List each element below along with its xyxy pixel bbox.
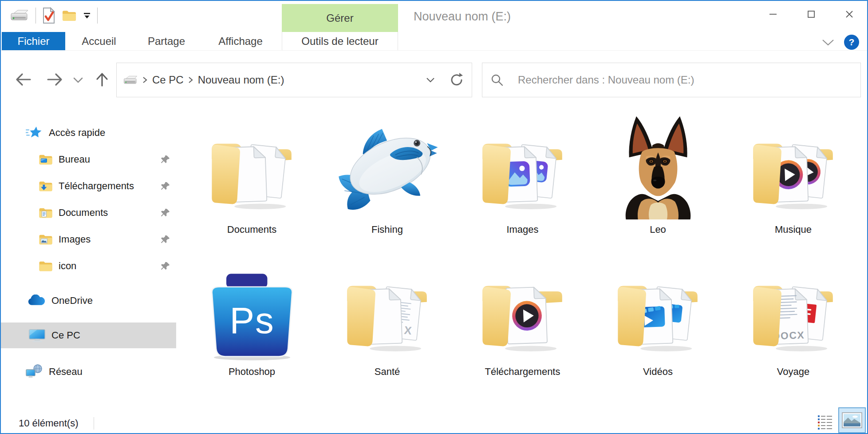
quick-access-star-icon <box>26 126 43 140</box>
file-item-voyage[interactable]: F DOCX Voyage <box>726 252 861 394</box>
folder-with-docx-pdf-icon: F DOCX <box>742 252 845 362</box>
file-item-label: Voyage <box>777 366 809 378</box>
icons-grid: Documents <box>176 104 866 394</box>
ribbon-tab-bar: Fichier Accueil Partage Affichage Outils… <box>1 32 867 51</box>
file-item-musique[interactable]: Musique <box>726 110 861 252</box>
file-item-leo[interactable]: Leo <box>590 110 726 252</box>
tab-outils-de-lecteur[interactable]: Outils de lecteur <box>282 32 398 50</box>
manage-label: Gérer <box>326 12 353 24</box>
file-item-label: Téléchargements <box>485 366 560 378</box>
sidebar-item-reseau[interactable]: Réseau <box>1 359 176 385</box>
checked-document-icon[interactable] <box>42 7 55 24</box>
sidebar-item-label: OneDrive <box>51 295 93 307</box>
file-item-telechargements[interactable]: Téléchargements <box>455 252 590 394</box>
sidebar-item-onedrive[interactable]: OneDrive <box>1 288 176 314</box>
sidebar-item-label: Accès rapide <box>49 127 105 139</box>
manage-contextual-header: Gérer <box>282 4 398 32</box>
back-icon[interactable] <box>13 72 33 87</box>
svg-text:X: X <box>403 324 412 337</box>
maximize-button[interactable] <box>806 9 817 20</box>
folder-with-videos-icon <box>607 252 710 362</box>
file-item-label: Musique <box>775 224 812 235</box>
sidebar-item-documents[interactable]: Documents <box>1 200 176 226</box>
tab-partage[interactable]: Partage <box>134 32 199 50</box>
pin-icon[interactable] <box>161 262 170 271</box>
file-item-images[interactable]: Images <box>455 110 590 252</box>
recent-locations-chevron-icon[interactable] <box>73 77 83 84</box>
navigation-pane: Accès rapide Bureau Téléchargements <box>1 104 176 414</box>
window-title: Nouveau nom (E:) <box>414 1 511 32</box>
file-item-videos[interactable]: Vidéos <box>590 252 726 394</box>
file-item-label: Photoshop <box>229 366 275 378</box>
pin-icon[interactable] <box>161 182 170 191</box>
drive-icon <box>123 75 138 85</box>
search-input[interactable] <box>517 73 852 87</box>
breadcrumb-chevron-icon[interactable] <box>188 76 193 84</box>
search-icon <box>490 73 504 87</box>
file-item-label: Documents <box>227 224 276 235</box>
folder-desktop-icon <box>38 153 53 166</box>
toolbar-separator <box>97 8 98 24</box>
address-dropdown-icon[interactable] <box>426 77 435 83</box>
file-item-documents[interactable]: Documents <box>184 110 320 252</box>
up-icon[interactable] <box>95 72 109 88</box>
sidebar-item-label: Bureau <box>59 154 90 165</box>
titlebar: Gérer Nouveau nom (E:) <box>1 1 867 32</box>
file-item-fishing[interactable]: Fishing <box>320 110 455 252</box>
items-count: 10 élément(s) <box>19 418 79 429</box>
address-bar[interactable]: Ce PC Nouveau nom (E:) <box>116 63 442 97</box>
thumbnail-view-button[interactable] <box>838 407 866 433</box>
close-button[interactable] <box>844 9 855 20</box>
pin-icon[interactable] <box>161 235 170 244</box>
items-view: Documents <box>176 104 866 414</box>
sidebar-item-images[interactable]: Images <box>1 227 176 252</box>
help-button[interactable]: ? <box>844 35 859 50</box>
minimize-button[interactable] <box>768 9 778 20</box>
quick-access-toolbar <box>10 7 98 24</box>
file-item-photoshop[interactable]: Ps Photoshop <box>184 252 320 394</box>
search-box[interactable] <box>482 63 861 97</box>
sidebar-item-ce-pc[interactable]: Ce PC <box>1 323 176 348</box>
file-item-sante[interactable]: X Santé <box>320 252 455 394</box>
fish-picture-icon <box>334 110 441 219</box>
folder-with-docx-icon: X <box>336 252 439 362</box>
sidebar-item-telechargements[interactable]: Téléchargements <box>1 173 176 199</box>
status-bar: 10 élément(s) <box>1 413 867 433</box>
pin-icon[interactable] <box>161 208 170 217</box>
breadcrumb-ce-pc[interactable]: Ce PC <box>148 74 188 86</box>
folder-pictures-icon <box>38 233 53 246</box>
customize-toolbar-icon[interactable] <box>83 12 91 19</box>
breadcrumb-current[interactable]: Nouveau nom (E:) <box>193 74 289 86</box>
thumbnail-view-icon <box>842 412 862 428</box>
drive-icon[interactable] <box>10 9 29 22</box>
file-item-label: Vidéos <box>643 366 673 378</box>
file-item-label: Images <box>506 224 538 235</box>
toolbar-separator <box>36 8 36 24</box>
window-controls <box>768 9 855 20</box>
folder-icon[interactable] <box>62 9 77 22</box>
details-view-button[interactable] <box>815 412 836 432</box>
sidebar-item-label: Documents <box>59 207 108 219</box>
breadcrumb-chevron-icon[interactable] <box>142 76 148 84</box>
folder-downloads-icon <box>38 180 53 192</box>
file-item-label: Santé <box>375 366 400 378</box>
sidebar-item-acces-rapide[interactable]: Accès rapide <box>1 120 176 146</box>
folder-with-media-icon <box>471 252 574 362</box>
tab-affichage[interactable]: Affichage <box>201 32 280 50</box>
folder-with-documents-icon <box>201 110 304 219</box>
sidebar-item-label: Ce PC <box>51 330 80 341</box>
expand-ribbon-icon[interactable] <box>822 39 834 46</box>
status-separator <box>94 417 94 430</box>
sidebar-item-bureau[interactable]: Bureau <box>1 147 176 172</box>
sidebar-item-icon[interactable]: icon <box>1 253 176 279</box>
refresh-button[interactable] <box>441 63 472 97</box>
tab-accueil[interactable]: Accueil <box>66 32 132 50</box>
folder-documents-icon <box>38 207 53 219</box>
network-icon <box>26 364 43 379</box>
forward-icon[interactable] <box>45 72 65 87</box>
file-item-label: Leo <box>650 224 666 235</box>
tab-fichier[interactable]: Fichier <box>2 32 65 50</box>
onedrive-cloud-icon <box>27 295 46 307</box>
file-item-label: Fishing <box>371 224 403 235</box>
pin-icon[interactable] <box>161 155 170 164</box>
